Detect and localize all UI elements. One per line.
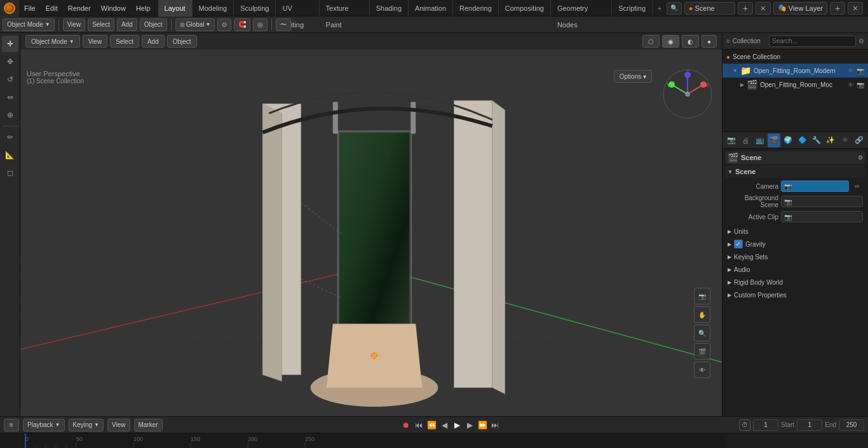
vp-select-menu[interactable]: Select (110, 35, 139, 48)
mode-selector[interactable]: Object Mode ▼ (3, 18, 55, 31)
zoom-gizmo[interactable]: 🔍 (694, 325, 710, 341)
vp-add-menu[interactable]: Add (142, 35, 165, 48)
visibility-gizmo[interactable]: 👁 (694, 362, 710, 378)
proportional-btn[interactable]: ◎ (253, 18, 268, 31)
next-keyframe-btn[interactable]: ▶ (464, 419, 475, 431)
pivot-btn[interactable]: ⊙ (217, 18, 231, 31)
prop-icon-modifier[interactable]: 🔧 (810, 133, 823, 147)
rotate-tool[interactable]: ↺ (2, 71, 18, 88)
tab-layout[interactable]: Layout (158, 0, 193, 17)
menu-window[interactable]: Window (96, 0, 131, 17)
outliner-search[interactable] (769, 36, 856, 47)
marker-menu[interactable]: Marker (134, 419, 163, 431)
tab-shading[interactable]: Shading (370, 0, 409, 17)
vp-object-menu[interactable]: Object (167, 35, 197, 48)
prop-icon-output[interactable]: 🖨 (739, 133, 752, 147)
render-gizmo[interactable]: 🎬 (694, 343, 710, 360)
viewport-shading-render[interactable]: ● (702, 35, 717, 48)
tab-compositing[interactable]: Compositing (499, 0, 551, 17)
annotate-tool[interactable]: ✏ (2, 129, 18, 146)
prop-scene-options[interactable]: ⚙ (858, 154, 863, 161)
menu-edit[interactable]: Edit (41, 0, 63, 17)
prop-icon-render[interactable]: 📷 (725, 133, 738, 147)
graph-btn[interactable]: 〜 (276, 18, 291, 31)
view-menu[interactable]: View (63, 18, 86, 31)
prop-icon-object[interactable]: 🔷 (796, 133, 808, 147)
record-btn[interactable]: ⏺ (400, 419, 412, 431)
end-frame-input[interactable]: 250 (839, 419, 864, 431)
view-layer-remove-btn[interactable]: × (848, 2, 863, 15)
viewport-shading-wire[interactable]: ⬡ (642, 35, 660, 48)
vp-view-menu[interactable]: View (83, 35, 108, 48)
tab-rendering[interactable]: Rendering (453, 0, 499, 17)
prop-icon-particles[interactable]: ✨ (824, 133, 837, 147)
outliner-fitting-room[interactable]: ▼ 📁 Open_Fitting_Room_Modern 👁 📷 (722, 64, 868, 78)
timeline-track[interactable]: 0 50 100 150 200 250 (0, 433, 868, 448)
viewport-area[interactable]: Object Mode ▼ View Select Add Object ⬡ ◉… (20, 33, 722, 416)
tab-scripting[interactable]: Scripting (612, 0, 653, 17)
prop-keying-sets-section[interactable]: ▶ Keying Sets (725, 250, 865, 263)
prop-scene-inner-header[interactable]: ▼ Scene (725, 165, 865, 178)
search-icon-btn[interactable]: 🔍 (667, 2, 682, 15)
tab-texture-paint[interactable]: Texture Paint (320, 0, 370, 17)
view-layer-selector[interactable]: 🎭 View Layer (773, 2, 827, 15)
scene-selector[interactable]: ● Scene (684, 2, 735, 15)
measure-tool[interactable]: 📐 (2, 147, 18, 163)
prop-icon-scene[interactable]: 🎬 (768, 133, 780, 147)
current-frame-input[interactable]: 1 (753, 419, 778, 431)
prop-icon-constraints[interactable]: 🔗 (853, 133, 865, 147)
prop-scene-header[interactable]: 🎬 Scene ⚙ (725, 151, 865, 164)
menu-help[interactable]: Help (131, 0, 156, 17)
menu-render[interactable]: Render (63, 0, 96, 17)
tab-animation[interactable]: Animation (409, 0, 453, 17)
camera-gizmo[interactable]: 📷 (694, 288, 710, 304)
prop-gravity-section[interactable]: ▶ ✓ Gravity (725, 238, 865, 250)
tab-sculpting[interactable]: Sculpting (234, 0, 276, 17)
tab-uv-editing[interactable]: UV Editing (276, 0, 319, 17)
scene-add-btn[interactable]: + (738, 2, 753, 15)
playback-menu[interactable]: Playback ▼ (23, 419, 65, 431)
timeline-view-menu[interactable]: View (107, 419, 130, 431)
camera-edit-btn[interactable]: ✏ (851, 180, 863, 192)
move-tool[interactable]: ✥ (2, 53, 18, 70)
play-btn[interactable]: ▶ (451, 419, 463, 431)
viewport-shading-solid[interactable]: ◉ (662, 35, 679, 48)
prop-units-section[interactable]: ▶ Units (725, 225, 865, 238)
add-workspace-btn[interactable]: + (653, 0, 667, 17)
camera-selector[interactable]: 📷 (781, 180, 849, 192)
options-button[interactable]: Options ▾ (614, 70, 652, 83)
hand-gizmo[interactable]: ✋ (694, 306, 710, 323)
viewport-3d[interactable]: User Perspective (1) Scene Collection Op… (20, 50, 722, 416)
outliner-eye-btn-2[interactable]: 👁 (848, 81, 854, 88)
outliner-camera-btn-1[interactable]: 📷 (857, 67, 864, 74)
vp-mode-btn[interactable]: Object Mode ▼ (25, 35, 80, 48)
gravity-checkbox[interactable]: ✓ (734, 240, 743, 248)
tab-modeling[interactable]: Modeling (193, 0, 234, 17)
prop-icon-world[interactable]: 🌍 (782, 133, 794, 147)
select-menu[interactable]: Select (88, 18, 114, 31)
outliner-filter-icon[interactable]: ⚙ (858, 37, 864, 44)
add-menu[interactable]: Add (117, 18, 137, 31)
snap-btn[interactable]: 🧲 (234, 18, 250, 31)
nav-widget[interactable]: X Y Z (662, 69, 713, 121)
add-cube-tool[interactable]: ◻ (2, 165, 18, 181)
scene-remove-btn[interactable]: × (756, 2, 771, 15)
prop-icon-view[interactable]: 📺 (754, 133, 766, 147)
tab-geometry-nodes[interactable]: Geometry Nodes (551, 0, 612, 17)
next-frame-btn[interactable]: ⏩ (477, 419, 488, 431)
outliner-fitting-moc[interactable]: ▶ 🎬 Open_Fitting_Room_Moc 👁 📷 (722, 78, 868, 92)
jump-end-btn[interactable]: ⏭ (489, 419, 501, 431)
bg-scene-selector[interactable]: 📷 (781, 196, 863, 207)
outliner-scene-collection[interactable]: ● Scene Collection (722, 50, 868, 64)
view-layer-add-btn[interactable]: + (830, 2, 845, 15)
timeline-menu-btn[interactable]: ≡ (4, 419, 19, 431)
scale-tool[interactable]: ⇔ (2, 89, 18, 105)
prop-audio-section[interactable]: ▶ Audio (725, 263, 865, 276)
transform-tool[interactable]: ⊕ (2, 107, 18, 123)
prop-rigid-body-section[interactable]: ▶ Rigid Body World (725, 276, 865, 288)
prop-icon-physics[interactable]: ⚛ (838, 133, 851, 147)
menu-file[interactable]: File (19, 0, 41, 17)
transform-global-btn[interactable]: ⊞ Global ▼ (175, 18, 215, 31)
jump-start-btn[interactable]: ⏮ (413, 419, 424, 431)
outliner-eye-btn-1[interactable]: 👁 (848, 67, 854, 74)
